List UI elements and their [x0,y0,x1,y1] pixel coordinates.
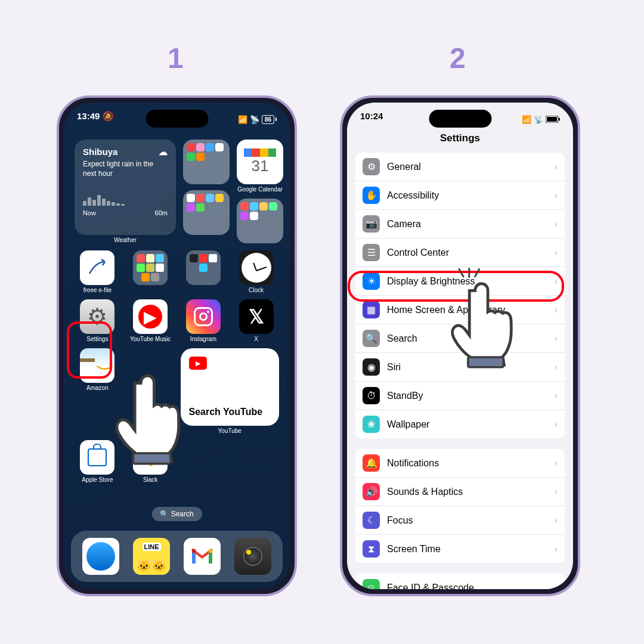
settings-label: Screen Time [387,544,554,555]
status-time: 10:24 [360,111,383,128]
dock: LINE🐱🐱 [71,531,283,582]
line-app[interactable]: LINE🐱🐱 [133,538,170,575]
spotlight-search[interactable]: 🔍 Search [151,507,202,521]
battery-icon [546,114,560,125]
settings-icon: ⧗ [363,540,380,558]
svg-rect-5 [209,549,212,553]
app-folder[interactable] [183,190,230,235]
settings-label: Focus [387,515,554,526]
chevron-icon: › [554,486,558,498]
chevron-icon: › [554,218,558,230]
settings-item-standby[interactable]: ⏱StandBy› [355,382,565,410]
svg-rect-8 [559,117,560,120]
tap-pointer-icon [105,370,194,467]
chevron-icon: › [554,390,558,402]
settings-item-notifications[interactable]: 🔔Notifications› [355,449,565,478]
settings-item-wallpaper[interactable]: ❀Wallpaper› [355,410,565,438]
dynamic-island [429,110,491,128]
google-calendar-app[interactable]: 31 [237,140,283,184]
settings-item-accessibility[interactable]: ✋Accessibility› [355,181,565,210]
settings-label: Wallpaper [387,419,554,430]
settings-icon: ▦ [363,301,380,318]
wifi-icon: 📡 [534,115,543,124]
settings-item-general[interactable]: ⚙General› [355,153,565,181]
settings-label: StandBy [387,391,554,401]
settings-label: Face ID & Passcode [387,583,554,590]
chevron-icon: › [554,457,558,469]
app-folder[interactable] [237,199,283,243]
settings-icon: ◉ [363,358,380,376]
settings-item-camera[interactable]: 📷Camera› [355,210,565,239]
signal-icon: 📶 [522,115,531,124]
settings-label: Notifications [387,458,554,469]
chevron-icon: › [554,304,558,316]
settings-item-face-id-passcode[interactable]: ☺Face ID & Passcode› [355,574,565,589]
instagram-app[interactable] [186,299,221,334]
app-folder[interactable] [133,250,168,285]
svg-rect-10 [468,357,503,367]
settings-label: Camera [387,219,554,230]
settings-title: Settings [347,128,573,153]
settings-item-focus[interactable]: ☾Focus› [355,506,565,535]
wifi-icon: 📡 [250,115,259,124]
step-number-1: 1 [168,42,184,75]
chevron-icon: › [554,515,558,527]
settings-icon: 📷 [363,215,380,233]
weather-label: Weather [75,237,176,243]
chevron-icon: › [554,419,558,431]
settings-label: General [387,162,554,172]
tap-pointer-icon [441,278,527,370]
freee-app[interactable] [80,250,114,285]
signal-icon: 📶 [238,115,247,124]
status-time: 13:49 🔕 [77,111,114,128]
settings-icon: ⚙ [363,158,380,175]
settings-item-screen-time[interactable]: ⧗Screen Time› [355,535,565,563]
settings-group-2: 🔔Notifications›🔊Sounds & Haptics›☾Focus›… [355,449,565,563]
chevron-icon: › [554,161,558,173]
settings-icon: ❀ [363,416,380,433]
gcal-label: Google Calendar [237,186,283,193]
camera-app[interactable] [234,538,271,575]
svg-rect-9 [134,453,171,464]
settings-label: Control Center [387,247,554,258]
svg-rect-4 [192,549,196,553]
settings-label: Sounds & Haptics [387,487,554,497]
chevron-icon: › [554,333,558,345]
settings-icon: ✋ [363,187,380,204]
settings-label: Accessibility [387,190,554,201]
chevron-icon: › [554,247,558,259]
settings-icon: ☰ [363,244,380,261]
settings-icon: 🔍 [363,330,380,347]
app-folder[interactable] [183,140,230,184]
x-app[interactable]: 𝕏 [239,299,274,334]
settings-icon: ⏱ [363,387,380,404]
step-number-2: 2 [450,42,466,75]
svg-rect-7 [547,117,557,122]
clock-app[interactable] [239,250,274,285]
chevron-icon: › [554,543,558,555]
gmail-app[interactable] [184,538,221,575]
youtube-music-app[interactable]: ▶ [133,299,168,334]
settings-item-sounds-haptics[interactable]: 🔊Sounds & Haptics› [355,478,565,506]
app-folder[interactable] [186,250,221,285]
settings-icon: ☾ [363,512,380,529]
dynamic-island [145,110,208,128]
settings-icon: 🔔 [363,454,380,472]
settings-item-control-center[interactable]: ☰Control Center› [355,239,565,267]
settings-icon: 🔊 [363,483,380,500]
settings-group-3: ☺Face ID & Passcode› [355,574,565,589]
safari-app[interactable] [82,538,119,575]
chevron-icon: › [554,190,558,202]
chevron-icon: › [554,582,558,590]
weather-widget[interactable]: Shibuya☁ Expect light rain in the next h… [75,140,176,235]
battery-icon: 86 [262,115,277,124]
chevron-icon: › [554,361,558,373]
settings-icon: ☺ [363,579,380,589]
youtube-widget[interactable]: ▶Search YouTube [181,348,280,426]
